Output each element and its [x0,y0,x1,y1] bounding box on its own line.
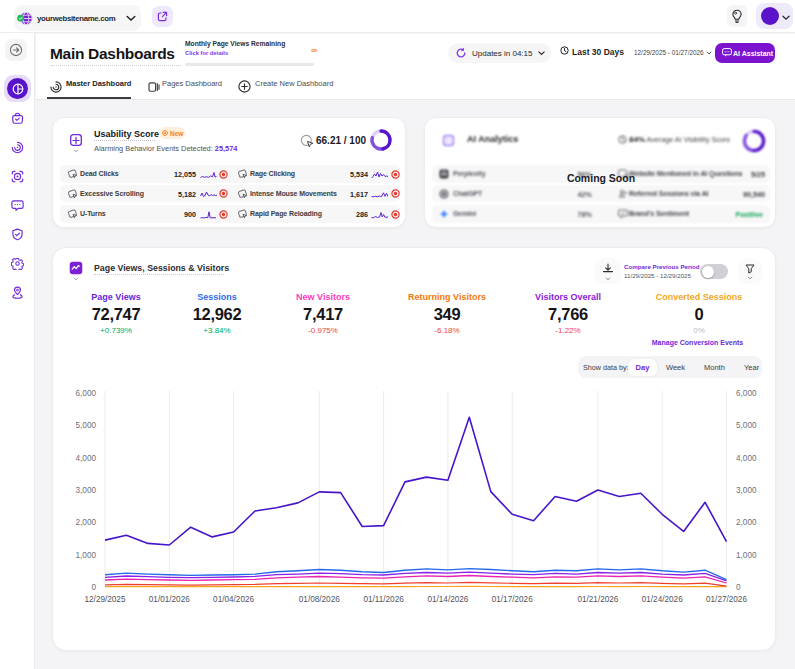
svg-text:1,000: 1,000 [76,551,97,560]
svg-text:01/24/2026: 01/24/2026 [642,595,683,604]
svg-text:5,000: 5,000 [76,421,97,430]
svg-text:0: 0 [91,583,96,592]
svg-text:6,000: 6,000 [76,389,97,398]
svg-text:4,000: 4,000 [736,454,757,463]
svg-text:12/29/2025: 12/29/2025 [85,595,126,604]
svg-text:3,000: 3,000 [736,486,757,495]
svg-text:01/27/2026: 01/27/2026 [706,595,747,604]
svg-text:2,000: 2,000 [76,518,97,527]
svg-text:2,000: 2,000 [736,518,757,527]
svg-text:01/04/2026: 01/04/2026 [213,595,254,604]
svg-text:01/17/2026: 01/17/2026 [492,595,533,604]
svg-text:6,000: 6,000 [736,389,757,398]
svg-text:01/11/2026: 01/11/2026 [363,595,404,604]
svg-text:01/14/2026: 01/14/2026 [427,595,468,604]
svg-text:1,000: 1,000 [736,551,757,560]
svg-text:3,000: 3,000 [76,486,97,495]
svg-text:0: 0 [736,583,741,592]
svg-text:01/21/2026: 01/21/2026 [577,595,618,604]
svg-text:4,000: 4,000 [76,454,97,463]
svg-text:5,000: 5,000 [736,421,757,430]
svg-text:01/01/2026: 01/01/2026 [149,595,190,604]
svg-text:01/08/2026: 01/08/2026 [299,595,340,604]
